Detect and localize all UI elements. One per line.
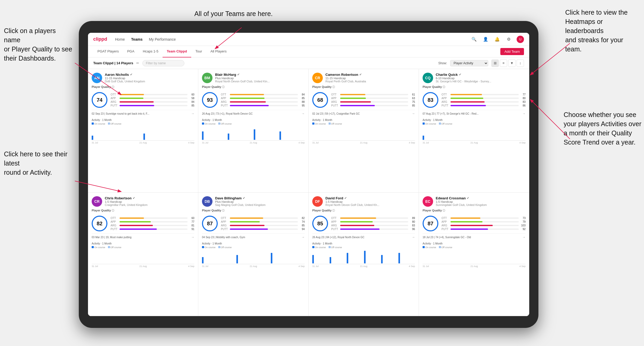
app-label: APP: [331, 97, 339, 100]
arg-label: ARG: [221, 224, 228, 227]
quality-circle[interactable]: 85: [312, 216, 328, 231]
app-value: 80: [520, 97, 526, 100]
activity-section: Activity · 1 Month On course Off course …: [202, 119, 305, 144]
quality-label: Player Quality ⓘ: [312, 209, 415, 212]
quality-section[interactable]: 87 OTT 73 APP 79: [423, 216, 526, 231]
date-end: 4 Sep: [519, 141, 526, 144]
last-round[interactable]: 03 Mar 23 | 19, Must make putting →: [92, 233, 194, 239]
ott-fill: [340, 217, 376, 219]
app-bar: APP 85: [221, 97, 305, 100]
arrow-icon: →: [522, 235, 526, 239]
quality-circle[interactable]: 74: [92, 92, 107, 108]
last-round[interactable]: 04 Sep 23 | Mobility with coach, Gym →: [202, 233, 305, 239]
player-name[interactable]: Edward Crossman ✔: [436, 196, 526, 200]
quality-section[interactable]: 82 OTT 60 APP 77: [92, 216, 194, 231]
off-course-legend: Off course: [218, 246, 232, 249]
arg-track: [450, 225, 519, 226]
player-handicap: Plus Handicap: [215, 200, 305, 203]
nav-icons: 🔍 👤 🔔 ⚙ U: [470, 36, 524, 43]
player-name[interactable]: David Ford ✔: [325, 196, 415, 200]
app-fill: [230, 221, 260, 222]
tab-tour[interactable]: Tour: [191, 46, 206, 57]
quality-circle[interactable]: 83: [423, 92, 438, 108]
tab-pga[interactable]: PGA: [123, 46, 138, 57]
last-round-text: 02 Sep 23 | Sunridge round to get back i…: [92, 112, 191, 115]
arg-value: 75: [410, 100, 415, 103]
player-name[interactable]: Dave Billingham ✔: [215, 196, 305, 200]
quality-bars: OTT 82 APP 74 ARG: [221, 217, 305, 231]
nav-home[interactable]: Home: [115, 37, 125, 41]
nav-bar: clippd Home Teams My Performance 🔍 👤 🔔 ⚙…: [88, 33, 529, 46]
app-value: 85: [299, 97, 305, 100]
chart-dates: 31 Jul 21 Aug 4 Sep: [202, 265, 305, 268]
quality-section[interactable]: 74 OTT 60 APP 58: [92, 92, 194, 108]
tab-all-players[interactable]: All Players: [206, 46, 231, 57]
nav-teams[interactable]: Teams: [131, 37, 142, 41]
quality-section[interactable]: 87 OTT 82 APP 74: [202, 216, 305, 231]
quality-section[interactable]: 85 OTT 89 APP 80: [312, 216, 415, 231]
putt-bar: PUTT 85: [331, 104, 415, 107]
player-name[interactable]: Charlie Quick ✔: [436, 73, 526, 77]
quality-circle[interactable]: 87: [423, 216, 438, 231]
app-fill: [120, 98, 143, 99]
player-name[interactable]: Cameron Robertson ✔: [325, 73, 415, 77]
activity-chart: [92, 126, 194, 141]
putt-track: [120, 105, 188, 106]
add-team-button[interactable]: Add Team: [500, 48, 524, 55]
grid-view-button[interactable]: ⊞: [491, 60, 499, 67]
player-avatar: DB: [202, 196, 212, 207]
bell-icon[interactable]: 🔔: [494, 36, 501, 43]
chart-dates: 31 Jul 21 Aug 4 Sep: [423, 265, 526, 268]
quality-section[interactable]: 83 OTT 77 APP 80: [423, 92, 526, 108]
arrow-icon: →: [412, 235, 415, 239]
ott-label: OTT: [221, 93, 228, 96]
quality-circle[interactable]: 93: [202, 92, 218, 108]
tab-pgat[interactable]: PGAT Players: [93, 46, 123, 57]
app-label: APP: [331, 220, 339, 223]
arg-value: 81: [189, 224, 194, 227]
last-round[interactable]: 26 Aug 23 | 84 (+12), Royal North Devon …: [312, 233, 415, 239]
last-round[interactable]: 07 Aug 23 | 77 (+7), St George's Hill GC…: [423, 110, 526, 115]
quality-bars: OTT 60 APP 58 ARG: [111, 93, 194, 107]
putt-bar: PUTT 96: [331, 228, 415, 231]
player-name[interactable]: Aaron Nicholls ✔: [105, 73, 194, 77]
on-course-legend: On course: [423, 246, 436, 249]
edit-icon[interactable]: ✏: [136, 61, 139, 65]
quality-circle[interactable]: 82: [92, 216, 107, 231]
tab-hcaps[interactable]: Hcaps 1-5: [139, 46, 163, 57]
last-round[interactable]: 26 Aug 23 | 73 (+1), Royal North Devon G…: [202, 110, 305, 115]
arg-bar: ARG 88: [221, 100, 305, 103]
settings-icon[interactable]: ⚙: [505, 36, 512, 43]
player-name[interactable]: Blair McHarg ✔: [215, 73, 305, 77]
off-course-legend: Off course: [439, 246, 452, 249]
last-round[interactable]: 02 Jul 23 | 59 (+17), Craigmillar Park G…: [312, 110, 415, 115]
player-name[interactable]: Chris Robertson ✔: [105, 196, 194, 200]
nav-performance[interactable]: My Performance: [149, 37, 176, 41]
avatar[interactable]: U: [517, 36, 524, 43]
player-header: AN Aaron Nicholls ✔ 11-15 Handicap Drift…: [92, 73, 194, 83]
quality-section[interactable]: 93 OTT 84 APP 85: [202, 92, 305, 108]
team-header: Team Clippd | 14 Players ✏ Filter by nam…: [88, 57, 529, 69]
list-view-button[interactable]: ≡: [500, 60, 507, 67]
sort-button[interactable]: ↕: [517, 60, 524, 67]
putt-label: PUTT: [221, 104, 228, 107]
filter-button[interactable]: ▼: [508, 60, 516, 67]
search-icon[interactable]: 🔍: [470, 36, 478, 43]
search-input[interactable]: Filter by name: [142, 60, 184, 66]
player-club: Sag Maging Golf Club, United Kingdom: [215, 203, 305, 206]
quality-section[interactable]: 68 OTT 61 APP 63: [312, 92, 415, 108]
chart-dates: 31 Jul 21 Aug 4 Sep: [312, 265, 415, 268]
last-round[interactable]: 02 Sep 23 | Sunridge round to get back i…: [92, 110, 194, 115]
tab-team-clippd[interactable]: Team Clippd: [163, 46, 191, 57]
putt-track: [340, 105, 408, 106]
app-track: [450, 221, 519, 222]
user-icon[interactable]: 👤: [482, 36, 489, 43]
activity-legend: On course Off course: [312, 123, 415, 125]
show-select[interactable]: Player Activity Quality Score Trend: [450, 60, 488, 66]
date-mid: 21 Aug: [470, 265, 478, 268]
date-mid: 21 Aug: [139, 141, 147, 144]
quality-circle[interactable]: 68: [312, 92, 328, 108]
activity-legend: On course Off course: [202, 123, 305, 125]
quality-circle[interactable]: 87: [202, 216, 218, 231]
last-round[interactable]: 18 Jul 23 | 74 (+4), Sunningdale GC - Ol…: [423, 233, 526, 239]
